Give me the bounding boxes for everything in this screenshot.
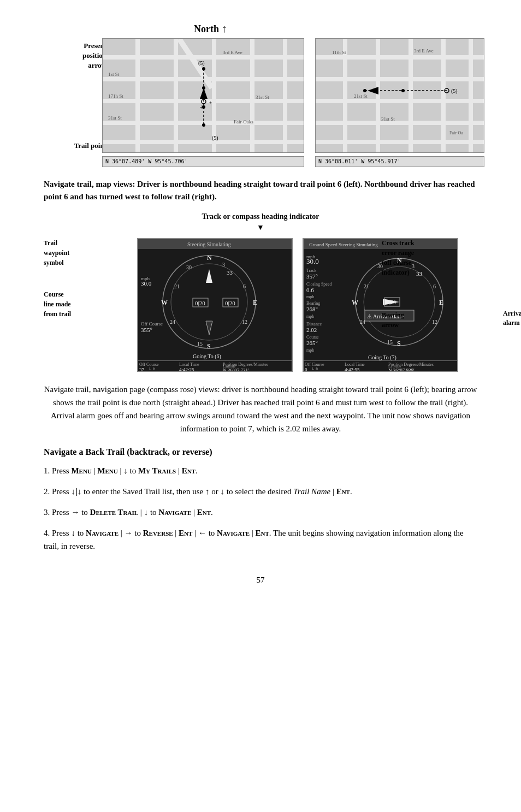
svg-rect-8 xyxy=(250,39,254,153)
svg-text:0|20: 0|20 xyxy=(225,300,235,306)
page-number: 57 xyxy=(44,574,477,586)
svg-text:0: 0 xyxy=(305,367,307,372)
svg-text:2.02: 2.02 xyxy=(306,327,317,333)
svg-text:Local Time: Local Time xyxy=(345,362,365,367)
svg-text:Off Course: Off Course xyxy=(305,362,324,367)
svg-text:S: S xyxy=(207,342,211,350)
svg-text:15: 15 xyxy=(387,339,393,345)
svg-point-22 xyxy=(202,86,205,90)
svg-text:Ground Speed  Steering  Simula: Ground Speed Steering Simulating xyxy=(309,242,378,247)
left-map-coords: N 36°07.489' W 95°45.706' xyxy=(102,156,304,167)
svg-rect-9 xyxy=(283,39,287,153)
svg-text:+: + xyxy=(209,99,212,105)
svg-text:4:42:25: 4:42:25 xyxy=(179,367,194,372)
svg-point-46 xyxy=(363,89,366,92)
svg-point-24 xyxy=(202,123,205,127)
svg-rect-36 xyxy=(441,39,446,153)
svg-text:Distance: Distance xyxy=(306,322,322,327)
north-label: North ↑ xyxy=(194,21,227,36)
svg-text:12: 12 xyxy=(242,319,247,325)
svg-text:Track: Track xyxy=(306,268,316,273)
svg-rect-31 xyxy=(316,121,484,125)
svg-text:15: 15 xyxy=(197,341,203,347)
svg-text:11th St: 11th St xyxy=(332,50,346,55)
step-1-sep2: | xyxy=(118,466,124,475)
svg-text:6: 6 xyxy=(243,283,246,289)
svg-rect-33 xyxy=(343,39,347,153)
svg-rect-5 xyxy=(135,39,140,153)
svg-text:37: 37 xyxy=(139,367,145,372)
svg-text:33: 33 xyxy=(227,269,233,276)
svg-text:31st St: 31st St xyxy=(108,115,122,121)
svg-text:Going To (7): Going To (7) xyxy=(368,354,396,361)
right-map-coords: N 36°08.011' W 95°45.917' xyxy=(315,156,484,167)
svg-rect-4 xyxy=(103,140,304,144)
svg-text:357°: 357° xyxy=(306,273,318,280)
svg-text:Local Time: Local Time xyxy=(179,362,199,367)
left-nav-screen: Steering Simulating N S E W 3 33 30 6 12 xyxy=(137,238,293,372)
svg-text:21: 21 xyxy=(174,283,180,289)
section-heading: Navigate a Back Trail (backtrack, or rev… xyxy=(44,446,477,458)
svg-text:268°: 268° xyxy=(306,306,318,312)
step-1-sep1: | xyxy=(92,466,98,475)
svg-text:mph: mph xyxy=(306,314,314,319)
svg-text:ft: ft xyxy=(316,366,318,371)
svg-marker-65 xyxy=(206,269,212,283)
arrival-alarm-label: Arrivalalarm xyxy=(503,309,521,328)
svg-text:1st St: 1st St xyxy=(108,72,120,77)
svg-text:Closing Speed: Closing Speed xyxy=(306,282,331,287)
step-1-menu1: Menu xyxy=(71,466,91,475)
svg-text:355°: 355° xyxy=(141,327,152,333)
svg-text:ft: ft xyxy=(153,366,155,371)
svg-text:Fair-Oaks: Fair-Oaks xyxy=(234,119,253,125)
svg-rect-129 xyxy=(304,360,458,361)
svg-text:0|20: 0|20 xyxy=(195,300,205,306)
svg-rect-34 xyxy=(376,39,380,153)
svg-text:21: 21 xyxy=(364,283,369,289)
svg-text:L: L xyxy=(149,366,151,371)
svg-point-21 xyxy=(202,67,205,70)
step-3: 3. Press → to Delete Trail | ↓ to Naviga… xyxy=(44,506,477,519)
step-2: 2. Press ↓|↓ to enter the Saved Trail li… xyxy=(44,485,477,498)
svg-text:(5): (5) xyxy=(451,88,458,94)
svg-text:N  36°07.721': N 36°07.721' xyxy=(223,368,249,372)
trail-point-label: Trail point xyxy=(44,141,106,151)
left-map: 3rd E Ave 1st St 171h St 31st St 31st St… xyxy=(102,38,304,167)
present-position-label: Presentpositionarrow xyxy=(44,41,106,71)
svg-text:265°: 265° xyxy=(306,340,318,346)
svg-rect-28 xyxy=(316,55,484,60)
svg-marker-66 xyxy=(206,321,212,335)
svg-text:Bearing: Bearing xyxy=(306,301,320,306)
nav-right-annotations: Cross trackerror range(off courseindicat… xyxy=(382,238,477,330)
svg-text:S: S xyxy=(397,340,401,347)
svg-text:N  36°07.939': N 36°07.939' xyxy=(388,368,415,372)
svg-text:3: 3 xyxy=(222,262,225,268)
svg-rect-32 xyxy=(316,140,484,144)
step-1: 1. Press Menu | Menu | ↓ to My Trails | … xyxy=(44,464,477,477)
svg-text:24: 24 xyxy=(170,319,175,325)
svg-text:30.0: 30.0 xyxy=(306,257,319,265)
svg-text:W: W xyxy=(161,299,168,306)
svg-rect-37 xyxy=(469,39,473,153)
svg-text:+: + xyxy=(200,103,204,111)
svg-text:W: W xyxy=(352,299,358,306)
svg-text:31st St: 31st St xyxy=(256,94,269,100)
right-map: 11th St 21st St 31st St 3rd E Ave (5) Fa xyxy=(315,38,484,167)
svg-rect-29 xyxy=(316,77,484,81)
svg-text:Off Course: Off Course xyxy=(141,321,163,327)
svg-text:0.6: 0.6 xyxy=(306,287,314,293)
svg-text:4:42:55: 4:42:55 xyxy=(345,367,360,372)
svg-rect-0 xyxy=(103,55,304,60)
step-4: 4. Press ↓ to Navigate | → to Reverse | … xyxy=(44,526,477,553)
svg-rect-6 xyxy=(174,39,178,153)
map-caption: Navigate trail, map views: Driver is nor… xyxy=(44,178,477,203)
svg-text:E: E xyxy=(253,299,257,306)
step-1-menu2: Menu xyxy=(97,466,117,475)
track-indicator-arrow: ▼ xyxy=(44,222,477,233)
nav-left-annotations: Trailwaypointsymbol Courseline madefrom … xyxy=(44,238,115,319)
svg-marker-43 xyxy=(368,87,378,94)
svg-text:(5): (5) xyxy=(212,135,218,141)
svg-text:21st St: 21st St xyxy=(354,93,368,99)
svg-text:Fair-Oa: Fair-Oa xyxy=(449,131,463,135)
svg-text:31st St: 31st St xyxy=(381,116,395,122)
